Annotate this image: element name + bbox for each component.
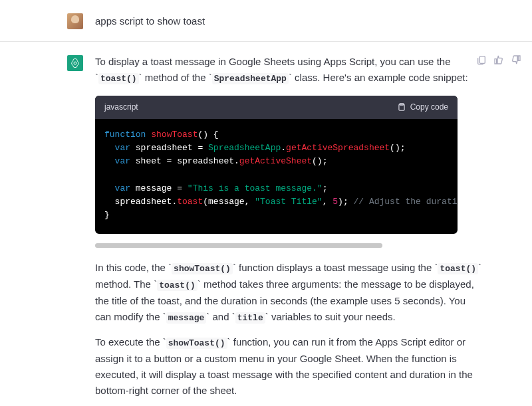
scrollbar-thumb[interactable]	[95, 243, 382, 248]
text: To execute the	[95, 336, 163, 348]
user-avatar	[67, 13, 83, 29]
text: To display a toast message in Google She…	[95, 56, 451, 67]
user-message: apps script to show toast	[0, 0, 532, 42]
text: class. Here's an example code snippet:	[292, 72, 468, 83]
code-body[interactable]: function showToast() { var spreadsheet =…	[95, 119, 458, 234]
horizontal-scrollbar[interactable]	[95, 243, 382, 248]
svg-point-0	[74, 62, 76, 64]
text: variables to suit your needs.	[269, 311, 396, 322]
thumbs-down-icon	[511, 54, 521, 65]
inline-code: toast()	[438, 263, 478, 274]
copy-code-button[interactable]: Copy code	[397, 101, 448, 114]
clipboard-icon	[397, 102, 406, 112]
text: In this code, the	[95, 262, 168, 273]
user-prompt: apps script to show toast	[95, 13, 482, 29]
copy-message-button[interactable]	[475, 54, 487, 66]
inline-code: showToast()	[172, 263, 233, 274]
assistant-paragraph-1: To display a toast message in Google She…	[95, 54, 482, 86]
message-actions	[475, 54, 522, 66]
copy-label: Copy code	[410, 101, 448, 114]
inline-code: title	[235, 312, 265, 324]
assistant-message: To display a toast message in Google She…	[0, 42, 532, 406]
inline-code: toast()	[157, 280, 198, 291]
svg-rect-1	[479, 56, 485, 64]
inline-code: showToast()	[166, 338, 227, 349]
text: function displays a toast message using …	[236, 262, 435, 273]
assistant-paragraph-3: To execute the `showToast()` function, y…	[95, 334, 482, 399]
assistant-avatar	[67, 55, 83, 71]
thumbs-up-button[interactable]	[493, 54, 505, 66]
inline-code: SpreadsheetApp	[212, 73, 289, 84]
inline-code: message	[166, 312, 207, 324]
code-header: javascript Copy code	[95, 96, 458, 119]
code-language: javascript	[104, 101, 138, 114]
text: method. The	[95, 278, 154, 290]
inline-code: toast()	[98, 73, 139, 84]
thumbs-down-button[interactable]	[510, 54, 522, 66]
assistant-paragraph-2: In this code, the `showToast()` function…	[95, 260, 482, 325]
code-block: javascript Copy code function showToast(…	[95, 96, 458, 234]
openai-logo-icon	[70, 58, 80, 68]
text: method of the	[142, 72, 209, 83]
text: and	[209, 311, 231, 322]
clipboard-icon	[476, 54, 487, 65]
thumbs-up-icon	[493, 54, 504, 65]
